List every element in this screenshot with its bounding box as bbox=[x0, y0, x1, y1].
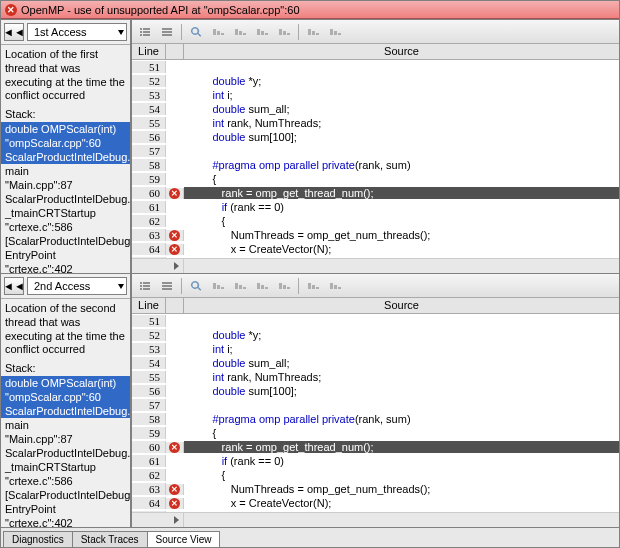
col-line: Line bbox=[132, 44, 166, 59]
tb-btn[interactable] bbox=[157, 23, 177, 41]
code-line[interactable]: 57 bbox=[132, 398, 619, 412]
code-line[interactable]: 51 bbox=[132, 314, 619, 328]
stack-item[interactable]: "crtexe.c":402 bbox=[1, 516, 130, 527]
tb-btn[interactable] bbox=[252, 23, 272, 41]
stack-item[interactable]: _tmainCRTStartup bbox=[1, 460, 130, 474]
stack-list[interactable]: double OMPScalar(int)"ompScalar.cpp":60S… bbox=[1, 122, 130, 273]
code-line[interactable]: 55 int rank, NumThreads; bbox=[132, 370, 619, 384]
tb-btn[interactable] bbox=[252, 277, 272, 295]
chevron-down-icon bbox=[118, 284, 124, 289]
code-line[interactable]: 53 int i; bbox=[132, 88, 619, 102]
tb-btn[interactable] bbox=[274, 277, 294, 295]
source-header: LineSource bbox=[132, 44, 619, 60]
col-source: Source bbox=[184, 298, 619, 313]
stack-item[interactable]: "ompScalar.cpp":60 bbox=[1, 136, 130, 150]
code-line[interactable]: 61 if (rank == 0) bbox=[132, 454, 619, 468]
code-line[interactable]: 54 double sum_all; bbox=[132, 356, 619, 370]
tab-source-view[interactable]: Source View bbox=[147, 531, 221, 547]
tb-btn[interactable] bbox=[325, 277, 345, 295]
tb-btn[interactable] bbox=[230, 277, 250, 295]
title-text: OpenMP - use of unsupported API at "ompS… bbox=[21, 4, 300, 16]
stack-list[interactable]: double OMPScalar(int)"ompScalar.cpp":60S… bbox=[1, 376, 130, 527]
access-selector[interactable]: 1st Access bbox=[27, 23, 127, 41]
code-line[interactable]: 56 double sum[100]; bbox=[132, 384, 619, 398]
search-icon[interactable] bbox=[186, 23, 206, 41]
tb-btn[interactable] bbox=[208, 277, 228, 295]
code-line[interactable]: 58 #pragma omp parallel private(rank, su… bbox=[132, 412, 619, 426]
code-rows[interactable]: 51 52 double *y;53 int i;54 double sum_a… bbox=[132, 60, 619, 258]
tb-btn[interactable] bbox=[303, 23, 323, 41]
line-number: 54 bbox=[132, 357, 166, 369]
code-line[interactable]: 56 double sum[100]; bbox=[132, 130, 619, 144]
tb-btn[interactable] bbox=[157, 277, 177, 295]
code-line[interactable]: 57 bbox=[132, 144, 619, 158]
h-scroll[interactable] bbox=[132, 258, 619, 273]
code-line[interactable]: 58 #pragma omp parallel private(rank, su… bbox=[132, 158, 619, 172]
stack-item[interactable]: "Main.cpp":87 bbox=[1, 178, 130, 192]
stack-item[interactable]: EntryPoint bbox=[1, 502, 130, 516]
code-line[interactable]: 52 double *y; bbox=[132, 74, 619, 88]
line-marker: ✕ bbox=[166, 498, 184, 509]
stack-item[interactable]: "crtexe.c":586 bbox=[1, 474, 130, 488]
stack-item[interactable]: ScalarProductIntelDebug.exe bbox=[1, 150, 130, 164]
code-line[interactable]: 59 { bbox=[132, 172, 619, 186]
stack-item[interactable]: ScalarProductIntelDebug.exe bbox=[1, 404, 130, 418]
stack-item[interactable]: ScalarProductIntelDebug.exe bbox=[1, 446, 130, 460]
tb-btn[interactable] bbox=[274, 23, 294, 41]
stack-item[interactable]: double OMPScalar(int) bbox=[1, 376, 130, 390]
code-line[interactable]: 55 int rank, NumThreads; bbox=[132, 116, 619, 130]
tb-btn[interactable] bbox=[325, 23, 345, 41]
stack-item[interactable]: EntryPoint bbox=[1, 248, 130, 262]
code-line[interactable]: 51 bbox=[132, 60, 619, 74]
line-marker: ✕ bbox=[166, 484, 184, 495]
line-number: 56 bbox=[132, 385, 166, 397]
nav-prev-button[interactable]: ◄◄ bbox=[4, 277, 24, 295]
search-icon[interactable] bbox=[186, 277, 206, 295]
error-icon: ✕ bbox=[169, 484, 180, 495]
code-line[interactable]: 53 int i; bbox=[132, 342, 619, 356]
line-text: { bbox=[184, 469, 619, 481]
stack-item[interactable]: main bbox=[1, 164, 130, 178]
tab-diagnostics[interactable]: Diagnostics bbox=[3, 531, 73, 547]
stack-item[interactable]: [ScalarProductIntelDebug.exe, 0 bbox=[1, 488, 130, 502]
code-line[interactable]: 64✕ x = CreateVector(N); bbox=[132, 496, 619, 510]
line-text bbox=[184, 315, 619, 327]
code-line[interactable]: 52 double *y; bbox=[132, 328, 619, 342]
line-text: double *y; bbox=[184, 75, 619, 87]
stack-label: Stack: bbox=[1, 106, 130, 122]
stack-item[interactable]: "crtexe.c":586 bbox=[1, 220, 130, 234]
stack-item[interactable]: [ScalarProductIntelDebug.exe, 0 bbox=[1, 234, 130, 248]
code-line[interactable]: 62 { bbox=[132, 468, 619, 482]
access-selector[interactable]: 2nd Access bbox=[27, 277, 127, 295]
h-scroll[interactable] bbox=[132, 512, 619, 527]
access-panel: ◄◄1st AccessLocation of the first thread… bbox=[1, 19, 619, 273]
stack-item[interactable]: "ompScalar.cpp":60 bbox=[1, 390, 130, 404]
code-line[interactable]: 64✕ x = CreateVector(N); bbox=[132, 242, 619, 256]
line-marker: ✕ bbox=[166, 188, 184, 199]
tb-btn[interactable] bbox=[135, 23, 155, 41]
stack-item[interactable]: ScalarProductIntelDebug.exe bbox=[1, 192, 130, 206]
stack-item[interactable]: _tmainCRTStartup bbox=[1, 206, 130, 220]
code-line[interactable]: 59 { bbox=[132, 426, 619, 440]
tb-btn[interactable] bbox=[135, 277, 155, 295]
nav-prev-button[interactable]: ◄◄ bbox=[4, 23, 24, 41]
code-line[interactable]: 60✕ rank = omp_get_thread_num(); bbox=[132, 440, 619, 454]
line-text: { bbox=[184, 215, 619, 227]
access-label: 1st Access bbox=[34, 26, 87, 38]
code-line[interactable]: 63✕ NumThreads = omp_get_num_threads(); bbox=[132, 228, 619, 242]
stack-item[interactable]: "crtexe.c":402 bbox=[1, 262, 130, 273]
code-line[interactable]: 60✕ rank = omp_get_thread_num(); bbox=[132, 186, 619, 200]
stack-item[interactable]: "Main.cpp":87 bbox=[1, 432, 130, 446]
code-line[interactable]: 63✕ NumThreads = omp_get_num_threads(); bbox=[132, 482, 619, 496]
code-line[interactable]: 62 { bbox=[132, 214, 619, 228]
code-line[interactable]: 54 double sum_all; bbox=[132, 102, 619, 116]
line-text bbox=[184, 61, 619, 73]
code-line[interactable]: 61 if (rank == 0) bbox=[132, 200, 619, 214]
tb-btn[interactable] bbox=[230, 23, 250, 41]
stack-item[interactable]: main bbox=[1, 418, 130, 432]
code-rows[interactable]: 51 52 double *y;53 int i;54 double sum_a… bbox=[132, 314, 619, 512]
tab-stack-traces[interactable]: Stack Traces bbox=[72, 531, 148, 547]
stack-item[interactable]: double OMPScalar(int) bbox=[1, 122, 130, 136]
tb-btn[interactable] bbox=[208, 23, 228, 41]
tb-btn[interactable] bbox=[303, 277, 323, 295]
